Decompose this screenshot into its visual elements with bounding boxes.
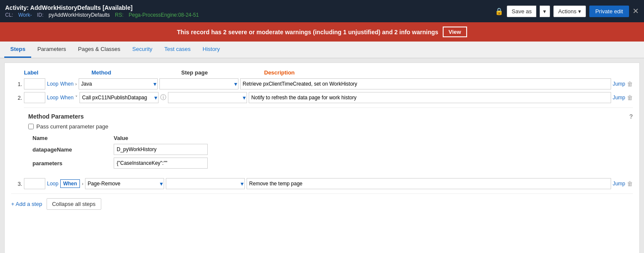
step-chevron-2[interactable]: ˅ — [75, 95, 78, 101]
warning-text: This record has 2 severe or moderate war… — [177, 29, 438, 36]
param-name-col: Name — [32, 135, 109, 141]
step-label-input-3[interactable] — [24, 178, 45, 189]
step-method-wrap-2: ▾ — [79, 92, 159, 103]
header-left: Activity: AddWorkHistoryDefaults [Availa… — [5, 4, 199, 18]
method-params-title-row: Method Parameters ? — [28, 113, 633, 120]
step-jump-1[interactable]: Jump — [613, 81, 625, 87]
step-loop-1[interactable]: Loop — [47, 81, 59, 87]
rs-value: Pega-ProcessEngine:08-24-51 — [129, 12, 199, 18]
step-when-2[interactable]: When — [60, 95, 74, 101]
step-delete-2[interactable]: 🗑 — [627, 94, 633, 101]
step-steppage-input-3[interactable] — [166, 178, 245, 189]
cl-label: CL: — [5, 12, 13, 18]
add-step-link[interactable]: + Add a step — [11, 201, 42, 207]
step-steppage-input-1[interactable] — [159, 78, 238, 89]
step-loop-3[interactable]: Loop — [47, 181, 59, 187]
step-method-wrap-3: ▾ — [85, 178, 164, 189]
header-meta: CL: Work- ID: pyAddWorkHistoryDefaults R… — [5, 12, 199, 18]
step-row-2: 2. Loop When ˅ ▾ ⓘ ▾ Jump 🗑 — [11, 92, 633, 103]
pass-param-page-checkbox[interactable] — [28, 124, 34, 129]
activity-title: Activity: AddWorkHistoryDefaults [Availa… — [5, 4, 199, 11]
save-as-arrow-button[interactable]: ▾ — [540, 6, 550, 17]
cl-value[interactable]: Work- — [18, 12, 32, 18]
col-steppage-header: Step page — [181, 69, 262, 76]
step-method-input-3[interactable] — [85, 178, 164, 189]
step-num-3: 3. — [11, 181, 22, 187]
step-num-1: 1. — [11, 81, 22, 87]
param-value-input-0[interactable] — [114, 144, 208, 155]
column-headers: Label Method Step page Description — [24, 69, 633, 78]
warning-banner: This record has 2 severe or moderate war… — [0, 22, 644, 42]
id-label: ID: — [37, 12, 43, 18]
rs-label: RS: — [115, 12, 124, 18]
param-name-1: parameters — [32, 160, 109, 167]
col-desc-header: Description — [264, 69, 633, 76]
step-when-btn-3[interactable]: When — [60, 179, 80, 188]
step-loop-2[interactable]: Loop — [47, 95, 59, 101]
step-steppage-input-2[interactable] — [168, 92, 247, 103]
pass-param-page-label: Pass current parameter page — [36, 123, 108, 130]
step-desc-input-1[interactable] — [240, 78, 611, 89]
actions-chevron-icon: ▾ — [578, 8, 581, 15]
step-when-1[interactable]: When — [60, 81, 74, 87]
params-grid: Name Value datapageName parameters — [32, 135, 633, 169]
step-chevron-1[interactable]: › — [75, 81, 77, 86]
tab-steps[interactable]: Steps — [4, 42, 31, 58]
method-params-title-text: Method Parameters — [28, 113, 84, 120]
view-button[interactable]: View — [443, 27, 467, 37]
step-jump-3[interactable]: Jump — [613, 181, 625, 187]
step-steppage-wrap-1: ▾ — [159, 78, 238, 89]
bottom-actions: + Add a step Collapse all steps — [11, 193, 633, 214]
tab-history[interactable]: History — [197, 42, 226, 58]
tab-parameters[interactable]: Parameters — [31, 42, 72, 58]
help-icon[interactable]: ? — [629, 113, 633, 120]
collapse-all-button[interactable]: Collapse all steps — [47, 198, 101, 210]
param-value-input-1[interactable] — [114, 158, 208, 169]
info-icon-2[interactable]: ⓘ — [160, 94, 166, 101]
col-label-header: Label — [24, 69, 45, 76]
step-steppage-wrap-2: ▾ — [168, 92, 247, 103]
step-row-1: 1. Loop When › ▾ ▾ Jump 🗑 — [11, 78, 633, 89]
step-steppage-wrap-3: ▾ — [166, 178, 245, 189]
actions-button[interactable]: Actions ▾ — [553, 6, 586, 17]
steps-area: Label Method Step page Description 1. Lo… — [5, 63, 639, 220]
main-content: Label Method Step page Description 1. Lo… — [4, 63, 640, 253]
step-label-input-1[interactable] — [24, 78, 45, 89]
step-delete-1[interactable]: 🗑 — [627, 80, 633, 87]
tab-test-cases[interactable]: Test cases — [159, 42, 197, 58]
save-as-button[interactable]: Save as — [507, 6, 536, 17]
step-num-2: 2. — [11, 95, 22, 101]
pass-param-page-row: Pass current parameter page — [28, 123, 633, 130]
param-name-0: datapageName — [32, 146, 109, 153]
step-desc-input-3[interactable] — [247, 178, 611, 189]
tab-security[interactable]: Security — [126, 42, 159, 58]
step-row-3: 3. Loop When › ▾ ▾ Jump 🗑 — [11, 178, 633, 189]
close-button[interactable]: ✕ — [632, 6, 639, 16]
step-jump-2[interactable]: Jump — [613, 95, 625, 101]
id-value: pyAddWorkHistoryDefaults — [49, 12, 110, 18]
tabs: Steps Parameters Pages & Classes Securit… — [0, 42, 644, 58]
tab-pages-classes[interactable]: Pages & Classes — [72, 42, 126, 58]
step-method-input-1[interactable] — [79, 78, 158, 89]
step-method-wrap-1: ▾ — [79, 78, 158, 89]
param-value-col: Value — [114, 135, 633, 141]
col-method-header: Method — [91, 69, 173, 76]
step-delete-3[interactable]: 🗑 — [627, 180, 633, 187]
step-label-input-2[interactable] — [24, 92, 45, 103]
private-edit-button[interactable]: Private edit — [589, 6, 629, 17]
header-right: 🔒 Save as ▾ Actions ▾ Private edit ✕ — [495, 6, 639, 17]
step-chevron-3[interactable]: › — [82, 181, 83, 186]
step-desc-input-2[interactable] — [249, 92, 611, 103]
method-params-section: Method Parameters ? Pass current paramet… — [24, 107, 633, 174]
step-method-input-2[interactable] — [79, 92, 159, 103]
header: Activity: AddWorkHistoryDefaults [Availa… — [0, 0, 644, 22]
lock-icon: 🔒 — [495, 7, 503, 15]
